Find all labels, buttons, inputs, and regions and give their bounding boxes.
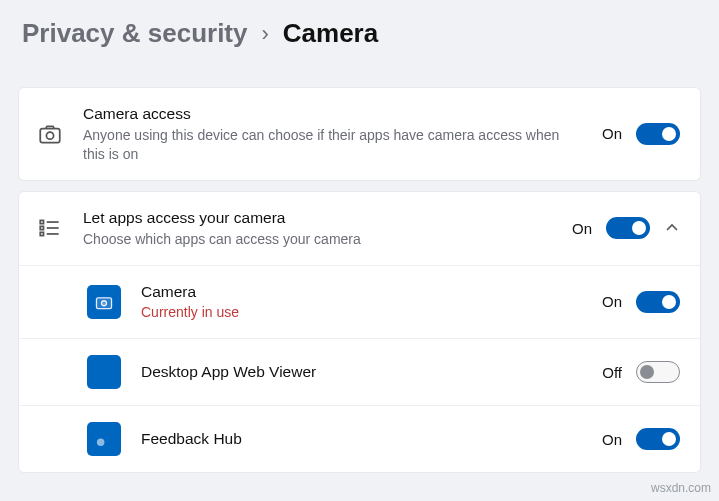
setting-subtitle: Choose which apps can access your camera	[83, 230, 554, 249]
app-status: Currently in use	[141, 303, 582, 322]
svg-rect-6	[40, 232, 43, 235]
toggle-state-label: Off	[602, 364, 622, 381]
list-icon	[35, 213, 65, 243]
app-row-feedback-hub: Feedback Hub On	[19, 405, 700, 472]
app-name: Desktop App Web Viewer	[141, 362, 582, 383]
svg-point-9	[102, 301, 107, 306]
setting-let-apps-access: Let apps access your camera Choose which…	[18, 191, 701, 474]
breadcrumb-parent[interactable]: Privacy & security	[22, 18, 247, 49]
setting-title: Let apps access your camera	[83, 208, 554, 229]
toggle-camera-access[interactable]	[636, 123, 680, 145]
svg-point-1	[46, 132, 53, 139]
setting-subtitle: Anyone using this device can choose if t…	[83, 126, 584, 164]
toggle-app-camera[interactable]	[636, 291, 680, 313]
svg-rect-2	[40, 221, 43, 224]
app-row-desktop-app-web-viewer: Desktop App Web Viewer Off	[19, 338, 700, 405]
toggle-state-label: On	[602, 293, 622, 310]
svg-rect-4	[40, 226, 43, 229]
setting-camera-access: Camera access Anyone using this device c…	[18, 87, 701, 181]
setting-title: Camera access	[83, 104, 584, 125]
camera-icon	[35, 119, 65, 149]
app-name: Feedback Hub	[141, 429, 582, 450]
toggle-state-label: On	[602, 125, 622, 142]
chevron-up-icon[interactable]	[664, 220, 680, 236]
app-icon-camera	[87, 285, 121, 319]
breadcrumb-current: Camera	[283, 18, 378, 49]
toggle-app-feedback-hub[interactable]	[636, 428, 680, 450]
breadcrumb: Privacy & security › Camera	[22, 18, 701, 49]
toggle-state-label: On	[572, 220, 592, 237]
toggle-app-desktop-web-viewer[interactable]	[636, 361, 680, 383]
app-row-camera: Camera Currently in use On	[19, 265, 700, 339]
toggle-state-label: On	[602, 431, 622, 448]
svg-rect-0	[40, 128, 60, 142]
toggle-let-apps-access[interactable]	[606, 217, 650, 239]
app-icon-desktop-web-viewer	[87, 355, 121, 389]
app-name: Camera	[141, 282, 582, 303]
chevron-right-icon: ›	[261, 21, 268, 47]
svg-point-10	[97, 439, 105, 447]
watermark: wsxdn.com	[651, 481, 711, 495]
app-icon-feedback-hub	[87, 422, 121, 456]
